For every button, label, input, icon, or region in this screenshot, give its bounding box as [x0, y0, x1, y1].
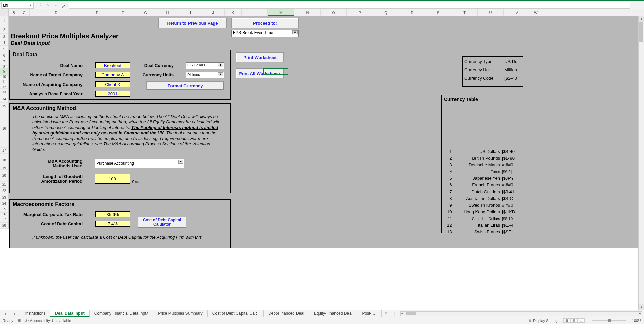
- row-header-28[interactable]: 28: [0, 223, 8, 229]
- goodwill-input[interactable]: 100: [95, 174, 130, 184]
- row-header-26[interactable]: 26: [0, 213, 8, 216]
- col-header-H[interactable]: H: [156, 9, 179, 16]
- cost-debt-calc-button[interactable]: Cost of Debt Capital Calulator: [138, 217, 186, 228]
- col-header-S[interactable]: S: [425, 9, 451, 16]
- row-header-8[interactable]: 8: [0, 66, 8, 68]
- row-header-23[interactable]: 23: [0, 194, 8, 201]
- view-buttons[interactable]: ▦▤▭: [564, 318, 585, 323]
- target-input[interactable]: Company A: [95, 72, 130, 78]
- zoom-control[interactable]: − + 100%: [588, 319, 641, 323]
- col-header-J[interactable]: J: [202, 9, 225, 16]
- row-header-11[interactable]: 11: [0, 78, 8, 86]
- row-header-20[interactable]: 20: [0, 170, 8, 182]
- row-header-16[interactable]: 16: [0, 110, 8, 148]
- display-settings[interactable]: Display Settings: [533, 319, 559, 323]
- row-header-5[interactable]: 5: [0, 46, 8, 53]
- row-header-2[interactable]: 2: [0, 26, 8, 34]
- zoom-slider[interactable]: [592, 320, 626, 321]
- sheet-tab[interactable]: Equity-Financed Deal: [309, 310, 358, 317]
- row-header-21[interactable]: 21: [0, 182, 8, 188]
- proceed-dest-select[interactable]: EPS Break-Even Time: [231, 30, 299, 37]
- scroll-down-icon[interactable]: ▾: [639, 304, 644, 310]
- row-header-6[interactable]: 6: [0, 53, 8, 58]
- scroll-up-icon[interactable]: ▴: [639, 16, 644, 22]
- hscroll-thumb[interactable]: [406, 312, 416, 315]
- row-header-24[interactable]: 24: [0, 201, 8, 206]
- name-box[interactable]: M9 ▼: [1, 2, 34, 9]
- deal-name-input[interactable]: Breakout: [95, 62, 130, 68]
- proceed-to-button[interactable]: Proceed to:: [231, 18, 299, 28]
- formula-input[interactable]: [69, 2, 630, 9]
- page-layout-icon[interactable]: ▤: [570, 318, 578, 323]
- row-header-10[interactable]: 10: [0, 76, 8, 78]
- col-header-G[interactable]: G: [135, 9, 156, 16]
- row-header-17[interactable]: 17: [0, 148, 8, 154]
- col-header-I[interactable]: I: [179, 9, 202, 16]
- sheet-tab[interactable]: Cost of Debt Capital Calc.: [208, 310, 264, 317]
- sheet-tab[interactable]: Company Financial Data Input: [90, 310, 153, 317]
- row-header-14[interactable]: 14: [0, 96, 8, 103]
- sheet-tab[interactable]: Deal Data Input: [50, 310, 89, 317]
- col-header-O[interactable]: O: [321, 9, 347, 16]
- row-header-4[interactable]: 4: [0, 40, 8, 46]
- display-settings-icon[interactable]: 🖥: [528, 319, 532, 323]
- add-sheet-icon[interactable]: ⊕: [382, 311, 390, 316]
- ma-method-select[interactable]: Purchase Accounting: [95, 159, 184, 168]
- expand-formula-icon[interactable]: ⌄: [637, 3, 642, 7]
- col-header-M[interactable]: M: [268, 9, 294, 16]
- print-worksheet-button[interactable]: Print Worksheet: [236, 52, 284, 62]
- page-break-icon[interactable]: ▭: [577, 318, 585, 323]
- row-header-12[interactable]: 12: [0, 86, 8, 89]
- row-header-7[interactable]: 7: [0, 58, 8, 66]
- col-header-T[interactable]: T: [451, 9, 478, 16]
- scroll-thumb[interactable]: [639, 22, 643, 42]
- sheet-tab[interactable]: Price Multiples Summary: [153, 310, 208, 317]
- cost-debt-input[interactable]: 7.4%: [95, 221, 130, 227]
- base-year-input[interactable]: 2001: [95, 91, 130, 97]
- col-header-U[interactable]: U: [478, 9, 504, 16]
- row-header-1[interactable]: 1: [0, 16, 8, 26]
- currency-units-select[interactable]: Millions: [186, 72, 224, 78]
- col-header-B[interactable]: B: [9, 9, 19, 16]
- col-header-R[interactable]: R: [399, 9, 425, 16]
- col-header-P[interactable]: P: [347, 9, 373, 16]
- accessibility-icon[interactable]: ⓘ: [25, 318, 29, 323]
- col-header-F[interactable]: F: [111, 9, 135, 16]
- col-header-C[interactable]: C: [19, 9, 30, 16]
- deal-currency-select[interactable]: US Dollars: [186, 62, 224, 69]
- row-header-19[interactable]: 19: [0, 167, 8, 170]
- tab-nav[interactable]: ◂▸: [0, 311, 20, 316]
- col-header-E[interactable]: E: [83, 9, 111, 16]
- zoom-out-icon[interactable]: −: [588, 319, 590, 323]
- col-header-D[interactable]: D: [30, 9, 83, 16]
- row-header-22[interactable]: 22: [0, 188, 8, 194]
- zoom-in-icon[interactable]: +: [628, 319, 630, 323]
- format-currency-button[interactable]: Format Currency: [146, 81, 224, 90]
- fx-icon[interactable]: fx: [60, 3, 67, 8]
- acquirer-input[interactable]: Client X: [95, 81, 130, 87]
- col-header-W[interactable]: W: [530, 9, 542, 16]
- row-header-13[interactable]: 13: [0, 89, 8, 96]
- row-header-9[interactable]: 9: [0, 68, 8, 76]
- chevron-down-icon[interactable]: ▼: [29, 4, 32, 7]
- row-header-25[interactable]: 25: [0, 206, 8, 213]
- sheet-tab[interactable]: Debt-Financed Deal: [264, 310, 309, 317]
- col-header-V[interactable]: V: [504, 9, 530, 16]
- sheet-tab[interactable]: Instructions: [20, 310, 50, 317]
- return-previous-button[interactable]: Return to Previous Page: [158, 18, 227, 28]
- col-header-N[interactable]: N: [294, 9, 321, 16]
- row-header-3[interactable]: 3: [0, 34, 8, 40]
- sheet-tab[interactable]: Post- …: [357, 310, 381, 317]
- horizontal-scrollbar[interactable]: ◂ ▸: [400, 311, 642, 316]
- tax-rate-input[interactable]: 35.6%: [95, 211, 130, 217]
- row-header-15[interactable]: 15: [0, 103, 8, 110]
- col-header-Q[interactable]: Q: [373, 9, 399, 16]
- print-all-button[interactable]: Print All Worksheets: [236, 68, 284, 78]
- normal-view-icon[interactable]: ▦: [563, 318, 571, 323]
- col-header-K[interactable]: K: [225, 9, 241, 16]
- macro-record-icon[interactable]: ▦: [17, 318, 21, 323]
- row-header-18[interactable]: 18: [0, 154, 8, 167]
- select-all-corner[interactable]: [0, 9, 9, 16]
- vertical-scrollbar[interactable]: ▴ ▾: [638, 16, 644, 310]
- row-header-27[interactable]: 27: [0, 216, 8, 223]
